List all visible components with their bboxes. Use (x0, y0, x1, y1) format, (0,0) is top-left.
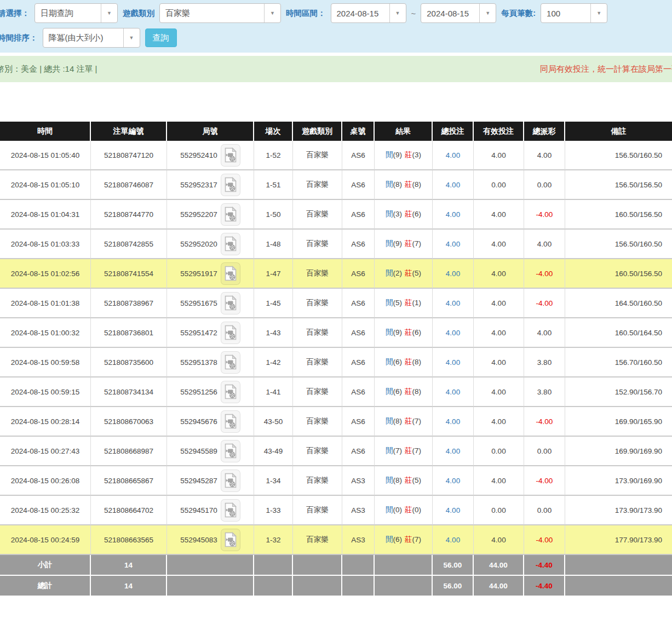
cell-payout: 4.00 (524, 230, 565, 259)
video-replay-button[interactable] (221, 529, 240, 551)
cell-round: 552951675 (167, 289, 254, 318)
cell-valid-bet: 4.00 (474, 407, 524, 437)
banker-label: 莊 (405, 180, 412, 188)
round-id: 552951675 (180, 299, 217, 307)
video-replay-button[interactable] (221, 470, 240, 492)
cell-round: 552945589 (167, 437, 254, 466)
cell-result: 閒(2)莊(5) (375, 259, 433, 289)
cell-session: 43-49 (254, 437, 293, 466)
total-bet-link[interactable]: 4.00 (446, 358, 460, 367)
banker-label: 莊 (405, 269, 412, 277)
total-bet-link[interactable]: 4.00 (446, 240, 460, 248)
cell-total-bet: 4.00 (433, 259, 474, 289)
cell-table-id: AS6 (342, 318, 375, 348)
banker-label: 莊 (405, 239, 412, 248)
total-bet-link[interactable]: 4.00 (446, 151, 460, 159)
video-replay-button[interactable] (221, 292, 240, 314)
cell-time: 2024-08-15 01:05:40 (0, 141, 91, 170)
total-bet-link[interactable]: 4.00 (446, 506, 460, 514)
video-replay-button[interactable] (221, 410, 240, 433)
cell-round: 552952410 (167, 141, 254, 170)
banker-label: 莊 (405, 387, 412, 396)
total-bet-link[interactable]: 4.00 (446, 210, 460, 219)
banker-label: 莊 (405, 328, 412, 336)
video-file-icon (224, 473, 237, 488)
cell-bet-id: 521808742855 (91, 230, 167, 259)
video-replay-button[interactable] (221, 174, 240, 196)
total-bet-link[interactable]: 4.00 (446, 417, 460, 426)
video-replay-button[interactable] (221, 351, 240, 374)
cell-time: 2024-08-15 00:28:14 (0, 407, 91, 437)
column-header: 總投注 (433, 122, 474, 141)
cell-payout: 0.00 (524, 170, 565, 200)
player-label: 閒 (386, 151, 393, 159)
bet-table-wrap: 時間注單編號局號場次遊戲類別桌號結果總投注有效投注總派彩備註 2024-08-1… (0, 122, 672, 597)
cell-bet-id: 521808746087 (91, 170, 167, 200)
cell-time: 2024-08-15 01:00:32 (0, 318, 91, 348)
total-bet-link[interactable]: 4.00 (446, 477, 460, 485)
player-label: 閒 (386, 387, 393, 396)
total-bet-link[interactable]: 4.00 (446, 329, 460, 337)
cell-payout: 4.00 (524, 141, 565, 170)
search-button[interactable]: 查詢 (145, 28, 177, 47)
sort-select[interactable]: 降冪(由大到小) ▼ (43, 28, 140, 48)
cell-total-bet: 4.00 (433, 466, 474, 496)
video-file-icon (224, 207, 237, 222)
video-replay-button[interactable] (221, 440, 240, 462)
cell-time: 2024-08-15 01:04:31 (0, 200, 91, 230)
date-range-label: 時間區間： (286, 8, 326, 19)
video-file-icon (224, 502, 237, 518)
total-bet-link[interactable]: 4.00 (446, 388, 460, 396)
cell-session: 1-45 (254, 289, 293, 318)
cell-total-bet: 4.00 (433, 437, 474, 466)
video-replay-button[interactable] (221, 144, 240, 167)
total-bet-link[interactable]: 4.00 (446, 270, 460, 278)
game-category-select[interactable]: 百家樂 ▼ (159, 3, 281, 23)
cell-remark: 173.90/169.90 (565, 466, 672, 496)
cell-valid-bet: 4.00 (474, 377, 524, 407)
cell-game: 百家樂 (293, 141, 342, 170)
chevron-down-icon: ▼ (264, 4, 280, 22)
filter-row-2: 時間排序： 降冪(由大到小) ▼ 查詢 (1, 28, 671, 48)
video-replay-button[interactable] (221, 203, 240, 226)
cell-result: 閒(9)莊(3) (375, 141, 433, 170)
date-to-select[interactable]: 2024-08-15 ▼ (421, 3, 496, 23)
cell-total-bet: 4.00 (433, 407, 474, 437)
page-size-select[interactable]: 100 ▼ (541, 3, 607, 23)
cell-game: 百家樂 (293, 525, 342, 555)
video-replay-button[interactable] (221, 322, 240, 344)
total-bet-link[interactable]: 4.00 (446, 447, 460, 455)
cell-payout: -4.00 (524, 407, 565, 437)
cell-session: 1-50 (254, 200, 293, 230)
video-file-icon (224, 354, 237, 370)
video-replay-button[interactable] (221, 262, 240, 285)
cell-round: 552951378 (167, 348, 254, 377)
cell-round: 552945676 (167, 407, 254, 437)
player-label: 閒 (386, 180, 393, 188)
cell-round: 552952020 (167, 230, 254, 259)
date-range-separator: ~ (411, 9, 416, 18)
cell-game: 百家樂 (293, 289, 342, 318)
table-row: 2024-08-15 00:28:14 521808670063 5529456… (0, 407, 672, 437)
total-bet-link[interactable]: 4.00 (446, 299, 460, 307)
cell-table-id: AS6 (342, 141, 375, 170)
column-header: 備註 (565, 122, 672, 141)
video-replay-button[interactable] (221, 381, 240, 403)
cell-game: 百家樂 (293, 259, 342, 289)
subtotal-label: 小計 (0, 555, 91, 576)
cell-time: 2024-08-15 00:59:15 (0, 377, 91, 407)
player-label: 閒 (386, 447, 393, 455)
video-replay-button[interactable] (221, 233, 240, 255)
cell-time: 2024-08-15 00:59:58 (0, 348, 91, 377)
total-bet-link[interactable]: 4.00 (446, 181, 460, 189)
cell-remark: 160.50/164.50 (565, 318, 672, 348)
cell-bet-id: 521808668987 (91, 437, 167, 466)
query-type-select[interactable]: 日期查詢 ▼ (35, 3, 118, 23)
cell-round: 552952207 (167, 200, 254, 230)
cell-result: 閒(9)莊(6) (375, 318, 433, 348)
total-bet-link[interactable]: 4.00 (446, 536, 460, 544)
cell-payout: -4.00 (524, 200, 565, 230)
date-from-select[interactable]: 2024-08-15 ▼ (331, 3, 406, 23)
video-replay-button[interactable] (221, 499, 240, 522)
cell-payout: 0.00 (524, 437, 565, 466)
